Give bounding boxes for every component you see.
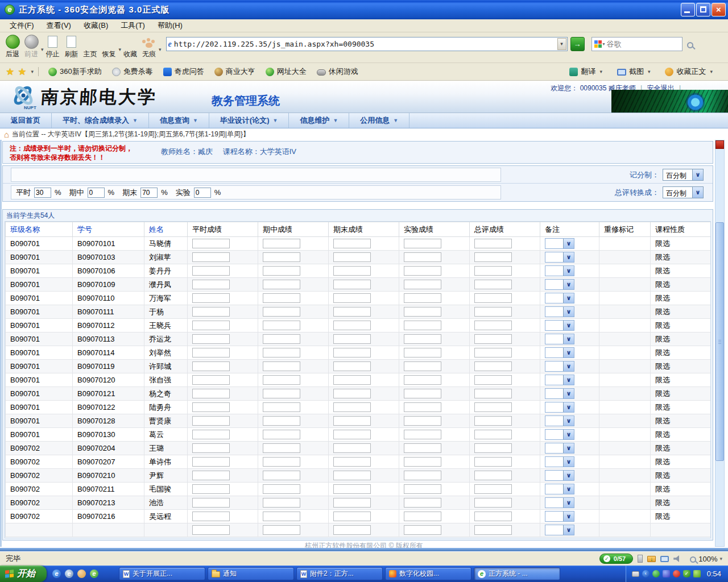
dropdown-caret-icon[interactable]: ▾ — [159, 47, 162, 52]
remark-select[interactable]: ∨ — [545, 238, 574, 249]
search-input[interactable] — [607, 40, 680, 48]
close-button[interactable]: × — [712, 3, 726, 16]
total-score-input[interactable] — [474, 321, 512, 330]
nav-item[interactable]: 信息维护▼ — [289, 113, 349, 128]
final-score-input[interactable] — [333, 252, 371, 262]
nav-item[interactable]: 信息查询▼ — [149, 113, 209, 128]
bookmark-link[interactable]: 360新手求助 — [43, 65, 107, 78]
final-score-input[interactable] — [333, 239, 371, 248]
lab-score-input[interactable] — [404, 252, 441, 262]
usual-score-input[interactable] — [192, 525, 230, 535]
chevron-down-icon[interactable]: ∨ — [563, 430, 574, 439]
final-score-input[interactable] — [333, 389, 371, 398]
chevron-down-icon[interactable]: ∨ — [563, 321, 574, 330]
incognito-button[interactable]: 无痕 — [140, 34, 158, 59]
chevron-down-icon[interactable]: ∨ — [563, 239, 574, 248]
go-button[interactable]: → — [570, 37, 585, 51]
chevron-down-icon[interactable]: ∨ — [563, 334, 574, 344]
chevron-down-icon[interactable]: ∨ — [563, 280, 574, 289]
menu-item[interactable]: 查看(V) — [40, 19, 77, 32]
weight-input[interactable] — [194, 188, 211, 198]
final-score-input[interactable] — [333, 525, 371, 535]
usual-score-input[interactable] — [192, 498, 230, 508]
language-icon[interactable] — [642, 570, 650, 577]
chevron-down-icon[interactable]: ∨ — [563, 416, 574, 426]
midterm-score-input[interactable] — [263, 293, 300, 303]
maximize-button[interactable] — [696, 3, 710, 16]
usual-score-input[interactable] — [192, 402, 230, 412]
usual-score-input[interactable] — [192, 334, 230, 344]
download-icon[interactable] — [647, 556, 656, 562]
chevron-down-icon[interactable]: ∨ — [692, 187, 703, 198]
total-score-input[interactable] — [474, 443, 512, 453]
total-score-input[interactable] — [474, 416, 512, 426]
usual-score-input[interactable] — [192, 307, 230, 317]
task-button[interactable]: 关于开展正... — [119, 567, 205, 580]
usual-score-input[interactable] — [192, 443, 230, 453]
chevron-down-icon[interactable]: ∨ — [563, 307, 574, 317]
total-score-input[interactable] — [474, 512, 512, 521]
chevron-down-icon[interactable]: ∨ — [563, 512, 574, 521]
nav-item[interactable]: 公用信息▼ — [349, 113, 410, 128]
nav-item[interactable]: 返回首页 — [0, 113, 52, 128]
midterm-score-input[interactable] — [263, 266, 300, 276]
bookmark-link[interactable]: 网址大全 — [260, 65, 312, 78]
task-button[interactable]: 通知 — [208, 567, 294, 580]
lab-score-input[interactable] — [404, 430, 441, 439]
back-button[interactable]: 后退 — [3, 34, 22, 59]
usual-score-input[interactable] — [192, 471, 230, 480]
total-score-input[interactable] — [474, 498, 512, 508]
final-score-input[interactable] — [333, 402, 371, 412]
lab-score-input[interactable] — [404, 239, 441, 248]
remark-select[interactable]: ∨ — [545, 484, 574, 494]
total-score-input[interactable] — [474, 457, 512, 467]
midterm-score-input[interactable] — [263, 484, 300, 494]
address-input[interactable] — [174, 40, 557, 48]
remark-select[interactable]: ∨ — [545, 320, 574, 331]
usual-score-input[interactable] — [192, 484, 230, 494]
chevron-down-icon[interactable]: ∨ — [563, 348, 574, 357]
lab-score-input[interactable] — [404, 348, 441, 357]
lab-score-input[interactable] — [404, 389, 441, 398]
remark-select[interactable]: ∨ — [545, 470, 574, 481]
convert-select[interactable]: 百分制 ∨ — [663, 186, 704, 198]
final-score-input[interactable] — [333, 443, 371, 453]
total-score-input[interactable] — [474, 280, 512, 289]
chevron-down-icon[interactable]: ∨ — [563, 375, 574, 385]
address-box[interactable]: e ▾ — [166, 37, 568, 51]
computer-icon[interactable] — [638, 555, 643, 563]
midterm-score-input[interactable] — [263, 307, 300, 317]
search-box[interactable]: ▾ — [592, 37, 682, 51]
total-score-input[interactable] — [474, 239, 512, 248]
task-button[interactable]: 正方系统 - ... — [474, 567, 560, 580]
final-score-input[interactable] — [333, 280, 371, 289]
midterm-score-input[interactable] — [263, 443, 300, 453]
bookmark-link[interactable]: 休闲游戏 — [312, 65, 363, 78]
menu-item[interactable]: 收藏(B) — [77, 19, 114, 32]
chevron-down-icon[interactable]: ∨ — [563, 484, 574, 494]
remark-select[interactable]: ∨ — [545, 402, 574, 413]
midterm-score-input[interactable] — [263, 375, 300, 385]
bookmark-tool[interactable]: 截图▾ — [612, 65, 660, 78]
midterm-score-input[interactable] — [263, 389, 300, 398]
remark-select[interactable]: ∨ — [545, 415, 574, 426]
shield-icon[interactable] — [683, 570, 690, 577]
favorites-star-icon[interactable]: ★ — [6, 66, 14, 78]
midterm-score-input[interactable] — [263, 361, 300, 371]
remark-select[interactable]: ∨ — [545, 429, 574, 440]
usual-score-input[interactable] — [192, 512, 230, 521]
midterm-score-input[interactable] — [263, 334, 300, 344]
chevron-down-icon[interactable]: ∨ — [563, 252, 574, 262]
remark-select[interactable]: ∨ — [545, 388, 574, 399]
scrollbar-thumb[interactable] — [715, 222, 724, 461]
total-score-input[interactable] — [474, 430, 512, 439]
final-score-input[interactable] — [333, 361, 371, 371]
bookmark-tool[interactable]: 翻译▾ — [564, 65, 612, 78]
midterm-score-input[interactable] — [263, 430, 300, 439]
midterm-score-input[interactable] — [263, 525, 300, 535]
final-score-input[interactable] — [333, 416, 371, 426]
green-e-icon[interactable] — [90, 569, 98, 578]
final-score-input[interactable] — [333, 375, 371, 385]
midterm-score-input[interactable] — [263, 402, 300, 412]
bookmark-link[interactable]: 奇虎问答 — [158, 65, 209, 78]
